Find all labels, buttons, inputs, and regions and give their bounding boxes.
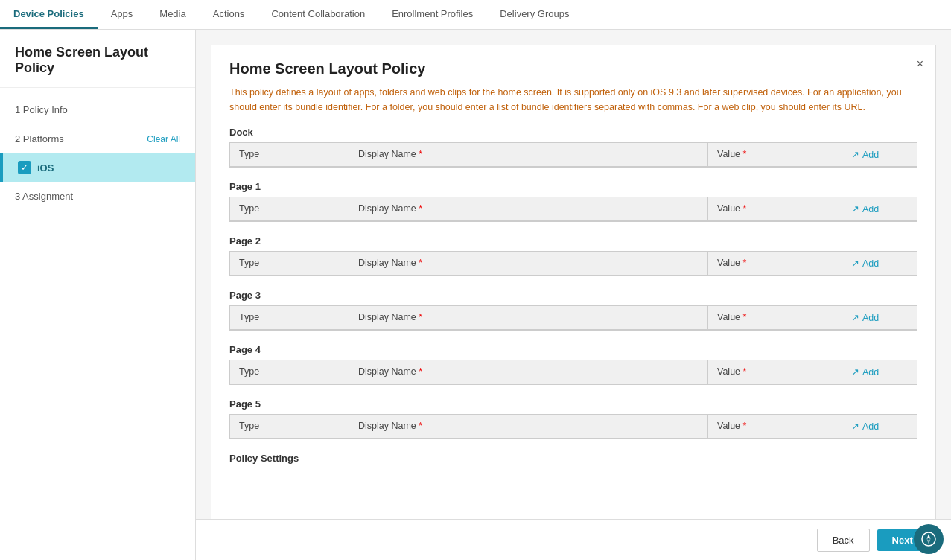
dock-type-header: Type	[230, 143, 349, 167]
sidebar-platforms-row: 2 Platforms Clear All	[0, 124, 195, 153]
page3-type-header: Type	[230, 306, 349, 330]
sidebar-step-platforms-label[interactable]: 2 Platforms	[15, 133, 64, 144]
page4-display-name-required: *	[416, 366, 422, 377]
page5-value-required: *	[740, 421, 746, 431]
nav-content-collaboration[interactable]: Content Collaboration	[258, 0, 378, 29]
policy-settings-label: Policy Settings	[229, 453, 917, 464]
policy-panel: × Home Screen Layout Policy This policy …	[211, 45, 936, 545]
back-button[interactable]: Back	[817, 529, 870, 552]
page3-table: Type Display Name * Value * ↗ Add	[229, 305, 917, 331]
content-area: × Home Screen Layout Policy This policy …	[196, 30, 951, 560]
page1-value-required: *	[740, 203, 746, 214]
dock-table: Type Display Name * Value * ↗ Add	[229, 142, 917, 168]
page4-add-button[interactable]: ↗ Add	[842, 360, 917, 384]
nav-enrollment-profiles[interactable]: Enrollment Profiles	[378, 0, 486, 29]
dock-value-header: Value *	[708, 143, 842, 167]
bottom-bar: Back Next >	[196, 519, 951, 560]
sidebar-step-assignment[interactable]: 3 Assignment	[0, 182, 195, 211]
page2-type-header: Type	[230, 252, 349, 276]
dock-add-button[interactable]: ↗ Add	[842, 143, 917, 167]
dock-add-icon: ↗	[851, 149, 859, 160]
page2-add-button[interactable]: ↗ Add	[842, 252, 917, 276]
nav-delivery-groups[interactable]: Delivery Groups	[486, 0, 582, 29]
sidebar-clear-all-button[interactable]: Clear All	[147, 134, 180, 144]
page2-table: Type Display Name * Value * ↗ Add	[229, 251, 917, 276]
page1-type-header: Type	[230, 197, 349, 221]
nav-media[interactable]: Media	[146, 0, 199, 29]
sidebar-step-policy-info[interactable]: 1 Policy Info	[0, 95, 195, 124]
sidebar-steps: 1 Policy Info 2 Platforms Clear All ✓ iO…	[0, 88, 195, 218]
ios-label: iOS	[37, 162, 54, 174]
page5-display-name-header: Display Name *	[349, 415, 708, 439]
page2-add-icon: ↗	[851, 258, 859, 269]
page1-value-header: Value *	[708, 197, 842, 221]
page3-add-button[interactable]: ↗ Add	[842, 306, 917, 330]
page2-display-name-required: *	[416, 258, 422, 268]
page4-table: Type Display Name * Value * ↗ Add	[229, 360, 917, 385]
page5-section-label: Page 5	[229, 398, 917, 410]
page4-section-label: Page 4	[229, 344, 917, 355]
page4-type-header: Type	[230, 360, 349, 384]
svg-marker-2	[927, 539, 931, 544]
nav-compass-icon[interactable]	[914, 524, 944, 554]
policy-description: This policy defines a layout of apps, fo…	[229, 85, 917, 115]
page3-display-name-required: *	[416, 312, 422, 322]
svg-marker-1	[927, 534, 931, 539]
page3-add-icon: ↗	[851, 312, 859, 323]
page1-table: Type Display Name * Value * ↗ Add	[229, 197, 917, 222]
page1-add-button[interactable]: ↗ Add	[842, 197, 917, 221]
page1-display-name-header: Display Name *	[349, 197, 708, 221]
sidebar: Home Screen Layout Policy 1 Policy Info …	[0, 30, 196, 560]
policy-title: Home Screen Layout Policy	[229, 60, 917, 77]
dock-display-name-required: *	[416, 149, 422, 159]
nav-actions[interactable]: Actions	[200, 0, 258, 29]
page2-value-header: Value *	[708, 252, 842, 276]
page5-add-icon: ↗	[851, 421, 859, 432]
page5-table: Type Display Name * Value * ↗ Add	[229, 414, 917, 439]
dock-value-required: *	[740, 149, 746, 159]
page5-add-button[interactable]: ↗ Add	[842, 415, 917, 439]
page1-display-name-required: *	[416, 203, 422, 214]
nav-device-policies[interactable]: Device Policies	[0, 0, 98, 29]
page1-section-label: Page 1	[229, 181, 917, 192]
page2-display-name-header: Display Name *	[349, 252, 708, 276]
page5-value-header: Value *	[708, 415, 842, 439]
sidebar-ios-item[interactable]: ✓ iOS	[0, 153, 195, 182]
dock-display-name-header: Display Name *	[349, 143, 708, 167]
page4-add-icon: ↗	[851, 366, 859, 378]
page2-value-required: *	[740, 258, 746, 268]
page5-display-name-required: *	[416, 421, 422, 431]
page3-display-name-header: Display Name *	[349, 306, 708, 330]
dock-section-label: Dock	[229, 127, 917, 138]
page3-section-label: Page 3	[229, 290, 917, 301]
page4-display-name-header: Display Name *	[349, 360, 708, 384]
page1-add-icon: ↗	[851, 203, 859, 214]
close-button[interactable]: ×	[917, 57, 923, 71]
page4-value-required: *	[740, 366, 746, 377]
page3-value-required: *	[740, 312, 746, 322]
nav-apps[interactable]: Apps	[98, 0, 147, 29]
main-layout: Home Screen Layout Policy 1 Policy Info …	[0, 30, 951, 560]
sidebar-title: Home Screen Layout Policy	[0, 30, 195, 88]
page4-value-header: Value *	[708, 360, 842, 384]
page5-type-header: Type	[230, 415, 349, 439]
ios-checkbox: ✓	[18, 161, 31, 174]
top-nav: Device Policies Apps Media Actions Conte…	[0, 0, 951, 30]
page2-section-label: Page 2	[229, 235, 917, 246]
page3-value-header: Value *	[708, 306, 842, 330]
